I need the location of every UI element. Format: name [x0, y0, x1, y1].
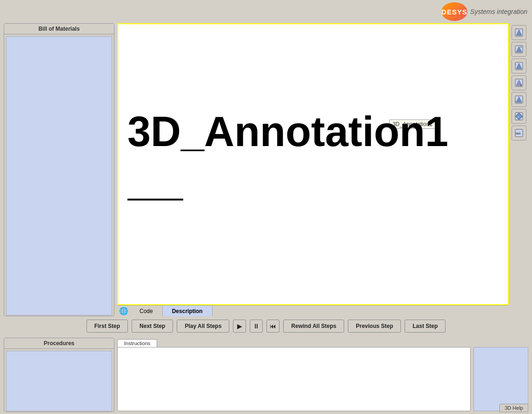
left-view-button[interactable]: L [512, 59, 526, 73]
pause-icon-button[interactable]: ⏸ [250, 320, 263, 333]
svg-text:ISO: ISO [516, 132, 521, 135]
logo-area: DESYS Systems integration [441, 2, 527, 21]
logo-tagline: Systems integration [470, 8, 527, 15]
globe-icon: 🌐 [117, 306, 130, 317]
viewport-tabs: 🌐 Code Description [117, 305, 509, 316]
header: DESYS Systems integration [0, 0, 532, 23]
play-icon-button[interactable]: ▶ [233, 320, 246, 333]
bom-title: Bill of Materials [4, 24, 114, 34]
help-content [473, 347, 528, 411]
next-step-button[interactable]: Next Step [132, 320, 173, 333]
tab-code[interactable]: Code [130, 306, 163, 316]
svg-text:L: L [515, 62, 517, 65]
center-area: 3D_Annotation1 3D_Annotation1 🌐 Code Des… [117, 23, 509, 316]
procedures-box: Procedures [4, 338, 114, 412]
instructions-content [117, 347, 471, 411]
axo-view-button[interactable]: A [512, 109, 526, 124]
controls-row: First Step Next Step Play All Steps ▶ ⏸ … [0, 316, 532, 336]
instructions-area: Instructions [117, 338, 471, 412]
instructions-tab[interactable]: Instructions [117, 339, 157, 347]
previous-step-button[interactable]: Previous Step [348, 320, 401, 333]
help-panel: 3D Help [473, 338, 528, 412]
bom-content [6, 36, 112, 315]
procedures-content [6, 351, 112, 411]
main-layout: Bill of Materials 3D_Annotation1 3D_Anno… [0, 23, 532, 316]
last-step-button[interactable]: Last Step [405, 320, 446, 333]
first-step-button[interactable]: First Step [86, 320, 128, 333]
right-panel: R L B F [512, 23, 528, 316]
iso-view-button[interactable]: ISO [512, 126, 526, 140]
tab-extra[interactable] [213, 306, 509, 316]
right-view-button[interactable]: R [512, 42, 526, 57]
procedures-title: Procedures [4, 338, 114, 349]
rewind-all-steps-button[interactable]: Rewind All Steps [283, 320, 344, 333]
front-view-button[interactable]: F [512, 92, 526, 107]
desys-logo: DESYS [441, 2, 467, 21]
3d-viewport[interactable]: 3D_Annotation1 3D_Annotation1 [117, 23, 509, 305]
left-panel: Bill of Materials [4, 23, 114, 316]
annotation-main-text: 3D_Annotation1 [127, 108, 448, 156]
bottom-layout: Procedures Instructions 3D Help [0, 338, 532, 412]
play-all-steps-button[interactable]: Play All Steps [177, 320, 229, 333]
svg-text:F: F [515, 100, 517, 103]
top-view-button[interactable] [512, 25, 526, 40]
3d-help-button[interactable]: 3D Help [499, 404, 528, 412]
rewind-icon-button[interactable]: ⏮ [266, 320, 279, 333]
svg-text:R: R [520, 46, 522, 48]
back-view-button[interactable]: B [512, 75, 526, 90]
procedures-panel: Procedures [4, 338, 114, 412]
instructions-tabs: Instructions [117, 338, 471, 347]
bom-box: Bill of Materials [4, 23, 114, 316]
tab-description[interactable]: Description [163, 306, 213, 316]
annotation-underline [127, 199, 183, 200]
